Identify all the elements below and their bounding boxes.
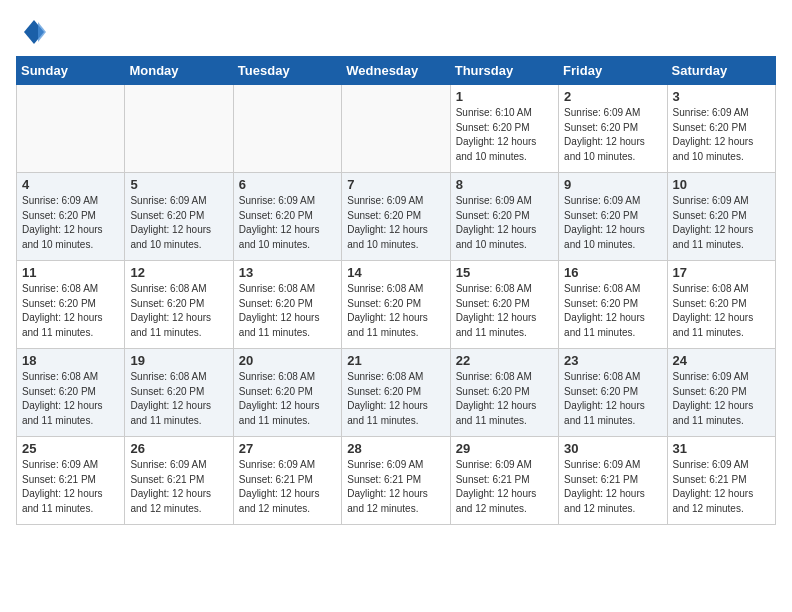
calendar-cell: 17Sunrise: 6:08 AM Sunset: 6:20 PM Dayli… bbox=[667, 261, 775, 349]
day-info: Sunrise: 6:08 AM Sunset: 6:20 PM Dayligh… bbox=[673, 282, 770, 340]
calendar-cell: 20Sunrise: 6:08 AM Sunset: 6:20 PM Dayli… bbox=[233, 349, 341, 437]
calendar-cell: 2Sunrise: 6:09 AM Sunset: 6:20 PM Daylig… bbox=[559, 85, 667, 173]
day-info: Sunrise: 6:09 AM Sunset: 6:20 PM Dayligh… bbox=[347, 194, 444, 252]
day-number: 4 bbox=[22, 177, 119, 192]
day-number: 20 bbox=[239, 353, 336, 368]
day-number: 7 bbox=[347, 177, 444, 192]
day-number: 24 bbox=[673, 353, 770, 368]
calendar-cell: 23Sunrise: 6:08 AM Sunset: 6:20 PM Dayli… bbox=[559, 349, 667, 437]
week-row-2: 11Sunrise: 6:08 AM Sunset: 6:20 PM Dayli… bbox=[17, 261, 776, 349]
day-info: Sunrise: 6:08 AM Sunset: 6:20 PM Dayligh… bbox=[456, 370, 553, 428]
day-info: Sunrise: 6:10 AM Sunset: 6:20 PM Dayligh… bbox=[456, 106, 553, 164]
day-info: Sunrise: 6:08 AM Sunset: 6:20 PM Dayligh… bbox=[347, 282, 444, 340]
calendar-cell: 6Sunrise: 6:09 AM Sunset: 6:20 PM Daylig… bbox=[233, 173, 341, 261]
calendar-cell: 28Sunrise: 6:09 AM Sunset: 6:21 PM Dayli… bbox=[342, 437, 450, 525]
day-number: 15 bbox=[456, 265, 553, 280]
calendar-cell: 29Sunrise: 6:09 AM Sunset: 6:21 PM Dayli… bbox=[450, 437, 558, 525]
day-info: Sunrise: 6:09 AM Sunset: 6:20 PM Dayligh… bbox=[673, 106, 770, 164]
day-number: 22 bbox=[456, 353, 553, 368]
day-number: 29 bbox=[456, 441, 553, 456]
day-number: 28 bbox=[347, 441, 444, 456]
day-number: 1 bbox=[456, 89, 553, 104]
day-number: 8 bbox=[456, 177, 553, 192]
day-number: 25 bbox=[22, 441, 119, 456]
day-number: 17 bbox=[673, 265, 770, 280]
day-number: 11 bbox=[22, 265, 119, 280]
calendar-cell: 25Sunrise: 6:09 AM Sunset: 6:21 PM Dayli… bbox=[17, 437, 125, 525]
calendar-cell: 9Sunrise: 6:09 AM Sunset: 6:20 PM Daylig… bbox=[559, 173, 667, 261]
day-number: 19 bbox=[130, 353, 227, 368]
calendar-cell: 21Sunrise: 6:08 AM Sunset: 6:20 PM Dayli… bbox=[342, 349, 450, 437]
calendar-cell: 3Sunrise: 6:09 AM Sunset: 6:20 PM Daylig… bbox=[667, 85, 775, 173]
day-number: 18 bbox=[22, 353, 119, 368]
day-number: 6 bbox=[239, 177, 336, 192]
day-number: 2 bbox=[564, 89, 661, 104]
day-number: 14 bbox=[347, 265, 444, 280]
day-info: Sunrise: 6:09 AM Sunset: 6:21 PM Dayligh… bbox=[347, 458, 444, 516]
calendar-cell: 7Sunrise: 6:09 AM Sunset: 6:20 PM Daylig… bbox=[342, 173, 450, 261]
day-info: Sunrise: 6:09 AM Sunset: 6:20 PM Dayligh… bbox=[564, 194, 661, 252]
day-info: Sunrise: 6:08 AM Sunset: 6:20 PM Dayligh… bbox=[130, 282, 227, 340]
calendar-cell: 22Sunrise: 6:08 AM Sunset: 6:20 PM Dayli… bbox=[450, 349, 558, 437]
header-thursday: Thursday bbox=[450, 57, 558, 85]
calendar-cell: 11Sunrise: 6:08 AM Sunset: 6:20 PM Dayli… bbox=[17, 261, 125, 349]
day-info: Sunrise: 6:09 AM Sunset: 6:20 PM Dayligh… bbox=[456, 194, 553, 252]
header-saturday: Saturday bbox=[667, 57, 775, 85]
calendar-cell: 18Sunrise: 6:08 AM Sunset: 6:20 PM Dayli… bbox=[17, 349, 125, 437]
calendar-table: SundayMondayTuesdayWednesdayThursdayFrid… bbox=[16, 56, 776, 525]
calendar-cell: 26Sunrise: 6:09 AM Sunset: 6:21 PM Dayli… bbox=[125, 437, 233, 525]
calendar-cell: 31Sunrise: 6:09 AM Sunset: 6:21 PM Dayli… bbox=[667, 437, 775, 525]
svg-marker-1 bbox=[38, 22, 46, 42]
calendar-cell: 14Sunrise: 6:08 AM Sunset: 6:20 PM Dayli… bbox=[342, 261, 450, 349]
day-info: Sunrise: 6:09 AM Sunset: 6:21 PM Dayligh… bbox=[22, 458, 119, 516]
day-number: 21 bbox=[347, 353, 444, 368]
header-wednesday: Wednesday bbox=[342, 57, 450, 85]
calendar-cell bbox=[17, 85, 125, 173]
week-row-1: 4Sunrise: 6:09 AM Sunset: 6:20 PM Daylig… bbox=[17, 173, 776, 261]
calendar-cell: 16Sunrise: 6:08 AM Sunset: 6:20 PM Dayli… bbox=[559, 261, 667, 349]
day-info: Sunrise: 6:09 AM Sunset: 6:20 PM Dayligh… bbox=[22, 194, 119, 252]
calendar-cell: 5Sunrise: 6:09 AM Sunset: 6:20 PM Daylig… bbox=[125, 173, 233, 261]
calendar-cell: 27Sunrise: 6:09 AM Sunset: 6:21 PM Dayli… bbox=[233, 437, 341, 525]
calendar-cell: 1Sunrise: 6:10 AM Sunset: 6:20 PM Daylig… bbox=[450, 85, 558, 173]
calendar-cell: 13Sunrise: 6:08 AM Sunset: 6:20 PM Dayli… bbox=[233, 261, 341, 349]
calendar-cell: 19Sunrise: 6:08 AM Sunset: 6:20 PM Dayli… bbox=[125, 349, 233, 437]
day-number: 12 bbox=[130, 265, 227, 280]
day-info: Sunrise: 6:08 AM Sunset: 6:20 PM Dayligh… bbox=[347, 370, 444, 428]
day-number: 31 bbox=[673, 441, 770, 456]
header bbox=[16, 16, 776, 48]
calendar-cell bbox=[233, 85, 341, 173]
day-number: 13 bbox=[239, 265, 336, 280]
day-number: 5 bbox=[130, 177, 227, 192]
day-info: Sunrise: 6:09 AM Sunset: 6:21 PM Dayligh… bbox=[130, 458, 227, 516]
header-friday: Friday bbox=[559, 57, 667, 85]
calendar-cell: 8Sunrise: 6:09 AM Sunset: 6:20 PM Daylig… bbox=[450, 173, 558, 261]
calendar-cell: 12Sunrise: 6:08 AM Sunset: 6:20 PM Dayli… bbox=[125, 261, 233, 349]
day-info: Sunrise: 6:09 AM Sunset: 6:20 PM Dayligh… bbox=[673, 370, 770, 428]
week-row-4: 25Sunrise: 6:09 AM Sunset: 6:21 PM Dayli… bbox=[17, 437, 776, 525]
day-number: 23 bbox=[564, 353, 661, 368]
calendar-cell: 10Sunrise: 6:09 AM Sunset: 6:20 PM Dayli… bbox=[667, 173, 775, 261]
logo bbox=[16, 16, 52, 48]
calendar-cell: 30Sunrise: 6:09 AM Sunset: 6:21 PM Dayli… bbox=[559, 437, 667, 525]
calendar-cell bbox=[342, 85, 450, 173]
day-info: Sunrise: 6:08 AM Sunset: 6:20 PM Dayligh… bbox=[130, 370, 227, 428]
day-info: Sunrise: 6:09 AM Sunset: 6:21 PM Dayligh… bbox=[456, 458, 553, 516]
calendar-cell bbox=[125, 85, 233, 173]
header-sunday: Sunday bbox=[17, 57, 125, 85]
day-info: Sunrise: 6:08 AM Sunset: 6:20 PM Dayligh… bbox=[564, 370, 661, 428]
calendar-cell: 15Sunrise: 6:08 AM Sunset: 6:20 PM Dayli… bbox=[450, 261, 558, 349]
week-row-3: 18Sunrise: 6:08 AM Sunset: 6:20 PM Dayli… bbox=[17, 349, 776, 437]
week-row-0: 1Sunrise: 6:10 AM Sunset: 6:20 PM Daylig… bbox=[17, 85, 776, 173]
day-info: Sunrise: 6:08 AM Sunset: 6:20 PM Dayligh… bbox=[239, 370, 336, 428]
day-number: 16 bbox=[564, 265, 661, 280]
day-info: Sunrise: 6:08 AM Sunset: 6:20 PM Dayligh… bbox=[564, 282, 661, 340]
day-info: Sunrise: 6:08 AM Sunset: 6:20 PM Dayligh… bbox=[22, 370, 119, 428]
header-monday: Monday bbox=[125, 57, 233, 85]
header-tuesday: Tuesday bbox=[233, 57, 341, 85]
day-info: Sunrise: 6:09 AM Sunset: 6:21 PM Dayligh… bbox=[673, 458, 770, 516]
calendar-cell: 4Sunrise: 6:09 AM Sunset: 6:20 PM Daylig… bbox=[17, 173, 125, 261]
day-info: Sunrise: 6:09 AM Sunset: 6:20 PM Dayligh… bbox=[130, 194, 227, 252]
calendar-cell: 24Sunrise: 6:09 AM Sunset: 6:20 PM Dayli… bbox=[667, 349, 775, 437]
day-number: 3 bbox=[673, 89, 770, 104]
